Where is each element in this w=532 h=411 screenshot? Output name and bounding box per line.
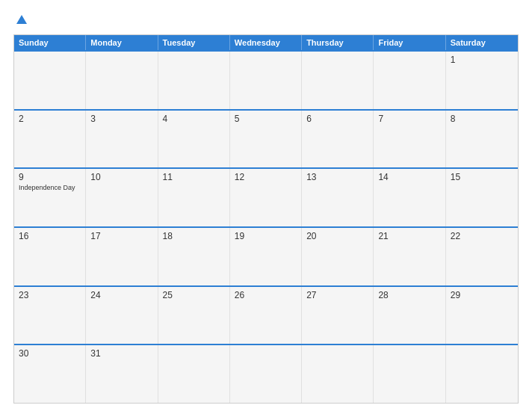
- day-number: 8: [451, 114, 513, 124]
- table-row: 4: [158, 111, 230, 168]
- day-number: 6: [306, 114, 368, 124]
- day-number: 5: [235, 114, 297, 124]
- header-wednesday: Wednesday: [230, 35, 302, 50]
- day-number: 27: [306, 290, 368, 300]
- svg-marker-0: [16, 15, 27, 24]
- day-number: 11: [163, 172, 225, 182]
- day-number: 29: [451, 290, 513, 300]
- header-saturday: Saturday: [446, 35, 518, 50]
- table-row: 25: [158, 287, 230, 344]
- day-number: 30: [19, 348, 81, 359]
- table-row: 19: [230, 228, 302, 285]
- table-row: 24: [86, 287, 158, 344]
- table-row: [374, 345, 445, 403]
- day-number: 10: [90, 172, 152, 182]
- table-row: 5: [230, 111, 302, 168]
- table-row: 3: [86, 111, 158, 168]
- header-friday: Friday: [374, 35, 445, 50]
- page-header: [13, 13, 519, 27]
- table-row: 22: [446, 228, 518, 285]
- day-number: 7: [378, 114, 440, 124]
- table-row: 27: [302, 287, 374, 344]
- table-row: [158, 52, 230, 109]
- day-number: 4: [163, 114, 225, 124]
- calendar-week-1: 1: [14, 50, 518, 109]
- table-row: 31: [86, 345, 158, 403]
- table-row: [374, 52, 445, 109]
- table-row: 2: [14, 111, 86, 168]
- calendar-week-2: 2345678: [14, 109, 518, 168]
- table-row: 9Independence Day: [14, 169, 86, 226]
- day-number: 24: [90, 290, 152, 300]
- day-number: 12: [235, 172, 297, 182]
- table-row: 26: [230, 287, 302, 344]
- table-row: 18: [158, 228, 230, 285]
- day-number: 20: [306, 231, 368, 241]
- table-row: 8: [446, 111, 518, 168]
- table-row: 15: [446, 169, 518, 226]
- logo-icon: [15, 13, 28, 27]
- day-number: 1: [451, 55, 513, 65]
- table-row: 23: [14, 287, 86, 344]
- table-row: 7: [374, 111, 445, 168]
- calendar-week-3: 9Independence Day101112131415: [14, 167, 518, 226]
- table-row: 21: [374, 228, 445, 285]
- day-number: 18: [163, 231, 225, 241]
- table-row: 29: [446, 287, 518, 344]
- table-row: [86, 52, 158, 109]
- table-row: [230, 52, 302, 109]
- table-row: 30: [14, 345, 86, 403]
- day-number: 13: [306, 172, 368, 182]
- table-row: 28: [374, 287, 445, 344]
- table-row: 10: [86, 169, 158, 226]
- calendar-week-4: 16171819202122: [14, 226, 518, 285]
- table-row: [302, 52, 374, 109]
- calendar-week-6: 3031: [14, 344, 518, 403]
- table-row: 13: [302, 169, 374, 226]
- table-row: [302, 345, 374, 403]
- table-row: 17: [86, 228, 158, 285]
- header-monday: Monday: [86, 35, 158, 50]
- day-number: 25: [163, 290, 225, 300]
- table-row: 20: [302, 228, 374, 285]
- day-number: 31: [90, 348, 152, 359]
- day-number: 17: [90, 231, 152, 241]
- calendar-page: Sunday Monday Tuesday Wednesday Thursday…: [0, 0, 532, 411]
- calendar-body: 123456789Independence Day101112131415161…: [14, 50, 518, 403]
- header-tuesday: Tuesday: [158, 35, 230, 50]
- table-row: 6: [302, 111, 374, 168]
- day-number: 16: [19, 231, 81, 241]
- table-row: 16: [14, 228, 86, 285]
- calendar-header: Sunday Monday Tuesday Wednesday Thursday…: [14, 35, 518, 50]
- day-number: 15: [451, 172, 513, 182]
- table-row: 12: [230, 169, 302, 226]
- table-row: [14, 52, 86, 109]
- table-row: [158, 345, 230, 403]
- day-number: 21: [378, 231, 440, 241]
- calendar-grid: Sunday Monday Tuesday Wednesday Thursday…: [13, 34, 519, 404]
- logo: [13, 13, 28, 27]
- day-number: 26: [235, 290, 297, 300]
- day-number: 9: [19, 172, 81, 182]
- table-row: 14: [374, 169, 445, 226]
- header-sunday: Sunday: [14, 35, 86, 50]
- table-row: [446, 345, 518, 403]
- day-number: 19: [235, 231, 297, 241]
- day-number: 2: [19, 114, 81, 124]
- day-number: 14: [378, 172, 440, 182]
- day-number: 28: [378, 290, 440, 300]
- day-number: 3: [90, 114, 152, 124]
- table-row: 11: [158, 169, 230, 226]
- day-number: 22: [451, 231, 513, 241]
- calendar-week-5: 23242526272829: [14, 285, 518, 344]
- header-thursday: Thursday: [302, 35, 374, 50]
- day-number: 23: [19, 290, 81, 300]
- table-row: [230, 345, 302, 403]
- holiday-label: Independence Day: [19, 184, 81, 192]
- table-row: 1: [446, 52, 518, 109]
